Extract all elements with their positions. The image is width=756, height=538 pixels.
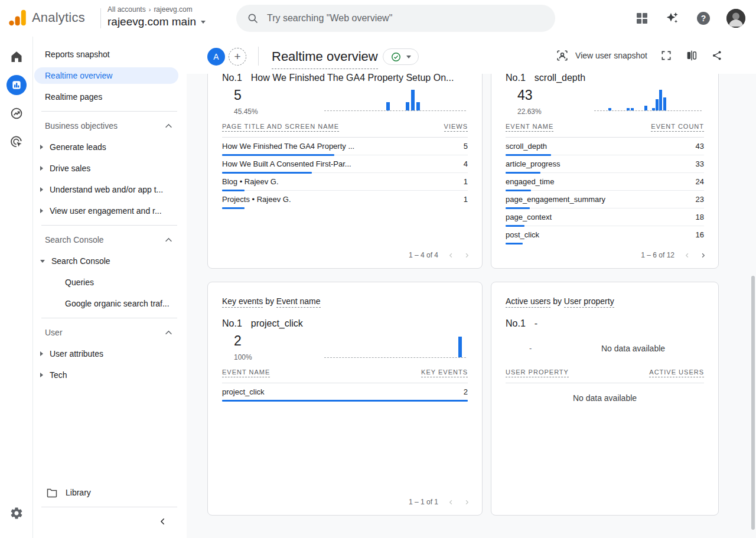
metric-percent: 22.63% (517, 107, 542, 116)
metric-percent: 100% (234, 353, 252, 361)
card-title-metric[interactable]: Active users (506, 296, 550, 308)
left-rail (0, 37, 33, 538)
breadcrumb-all-accounts[interactable]: All accounts (107, 5, 146, 14)
nav-item-library[interactable]: Library (33, 482, 187, 503)
next-page-icon[interactable] (700, 252, 706, 259)
report-nav: Reports snapshot Realtime overview Realt… (33, 37, 187, 538)
user-snapshot-icon (556, 49, 569, 62)
nav-section-user[interactable]: User (33, 322, 187, 343)
spark-bar (627, 108, 630, 110)
row-name: page_context (506, 213, 552, 221)
explore-icon[interactable] (0, 99, 33, 128)
property-selector[interactable]: rajeevg.com main (107, 15, 206, 28)
nav-item-reports-snapshot[interactable]: Reports snapshot (33, 44, 187, 65)
property-avatar[interactable]: A (207, 48, 225, 66)
home-icon[interactable] (0, 43, 33, 71)
apps-grid-icon[interactable] (634, 11, 650, 26)
nav-item-tech[interactable]: Tech (33, 364, 187, 386)
nav-item-understand-web-app[interactable]: Understand web and/or app t... (33, 179, 187, 200)
nav-item-generate-leads[interactable]: Generate leads (33, 136, 187, 158)
pagination-label: 1 – 6 of 12 (641, 251, 674, 259)
expand-arrow-icon (40, 373, 43, 377)
next-page-icon[interactable] (464, 499, 470, 506)
column-header-dimension[interactable]: EVENT NAME (222, 369, 270, 377)
table-header: PAGE TITLE AND SCREEN NAME VIEWS (222, 123, 468, 132)
breadcrumb[interactable]: All accounts › rajeevg.com (107, 5, 193, 14)
view-user-snapshot-button[interactable]: View user snapshot (556, 49, 647, 62)
card-title-metric[interactable]: Key events (222, 296, 263, 308)
nav-item-realtime-pages[interactable]: Realtime pages (33, 86, 187, 107)
nav-item-view-user-engagement[interactable]: View user engagement and r... (33, 200, 187, 221)
gemini-sparkle-icon[interactable] (665, 11, 680, 26)
nav-item-queries[interactable]: Queries (33, 272, 187, 293)
spark-bar (608, 108, 611, 110)
table-header: EVENT NAME EVENT COUNT (506, 123, 704, 132)
share-icon[interactable] (711, 50, 723, 61)
vertical-scrollbar[interactable] (751, 276, 755, 530)
nav-item-user-attributes[interactable]: User attributes (33, 343, 187, 364)
card-active-users-by-user-property: Active users by User property No.1- - No… (491, 282, 719, 516)
reports-selected-badge (6, 75, 27, 95)
expand-arrow-icon (40, 187, 43, 192)
expand-arrow-icon (40, 208, 43, 213)
compare-icon[interactable] (685, 49, 698, 62)
collapse-nav-button[interactable] (33, 511, 187, 532)
table-row: project_click2 (222, 383, 468, 401)
prev-page-icon[interactable] (684, 252, 690, 259)
search-bar[interactable] (236, 5, 555, 32)
column-header-metric[interactable]: KEY EVENTS (421, 369, 468, 377)
column-header-dimension[interactable]: PAGE TITLE AND SCREEN NAME (222, 123, 339, 132)
table-row: How We Finished The GA4 Property ...5 (222, 138, 468, 155)
top-result-value: project_click (251, 318, 303, 328)
column-header-metric[interactable]: VIEWS (444, 123, 468, 132)
card-title-dimension[interactable]: User property (564, 296, 614, 308)
ga4-realtime-overview-screen: Analytics All accounts › rajeevg.com raj… (0, 0, 756, 538)
pagination-label: 1 – 4 of 4 (409, 251, 438, 259)
column-header-dimension[interactable]: EVENT NAME (506, 123, 553, 132)
nav-item-search-console[interactable]: Search Console (33, 250, 187, 272)
top-result-line: No.1How We Finished The GA4 Property Set… (222, 74, 454, 83)
row-bar (222, 207, 245, 209)
row-value: 16 (696, 230, 704, 239)
chevron-up-icon (165, 237, 172, 242)
nav-item-drive-sales[interactable]: Drive sales (33, 158, 187, 179)
user-avatar[interactable] (726, 9, 745, 28)
table-row: page_engagement_summary23 (506, 191, 704, 208)
table-header-line (506, 383, 704, 383)
table-header: EVENT NAME KEY EVENTS (222, 369, 468, 377)
advertising-icon[interactable] (0, 128, 33, 156)
report-title[interactable]: Realtime overview (272, 49, 378, 69)
column-header-metric[interactable]: ACTIVE USERS (649, 369, 704, 377)
nav-section-business-objectives[interactable]: Business objectives (33, 115, 187, 136)
table-row: post_click16 (506, 226, 704, 244)
card-title-dimension[interactable]: Event name (276, 296, 321, 308)
column-header-dimension[interactable]: USER PROPERTY (506, 369, 569, 377)
column-header-metric[interactable]: EVENT COUNT (651, 123, 704, 132)
prev-page-icon[interactable] (448, 499, 454, 506)
rank-label: No.1 (222, 74, 242, 83)
spark-bar (416, 102, 420, 110)
nav-section-search-console[interactable]: Search Console (33, 229, 187, 250)
admin-gear-icon[interactable] (0, 499, 33, 527)
topbar-divider (100, 8, 101, 28)
chevron-down-icon (201, 21, 206, 24)
breadcrumb-account[interactable]: rajeevg.com (154, 5, 192, 14)
add-comparison-button[interactable]: + (229, 48, 246, 66)
card-title-by: by (553, 296, 562, 306)
help-icon[interactable]: ? (696, 11, 711, 26)
fullscreen-icon[interactable] (660, 50, 672, 61)
analytics-logo[interactable]: Analytics (8, 9, 85, 27)
prev-page-icon[interactable] (448, 252, 454, 259)
spark-bar (406, 102, 409, 110)
reports-icon[interactable] (0, 71, 33, 99)
nav-item-google-organic-search[interactable]: Google organic search traf... (33, 293, 187, 314)
row-name: post_click (506, 230, 539, 239)
next-page-icon[interactable] (464, 252, 470, 259)
report-status-pill[interactable] (383, 48, 419, 65)
row-value: 24 (696, 177, 704, 186)
row-value: 1 (464, 195, 468, 204)
row-name: engaged_time (506, 177, 554, 186)
table-body: How We Finished The GA4 Property ...5 Ho… (222, 138, 468, 208)
nav-item-realtime-overview[interactable]: Realtime overview (34, 67, 178, 84)
search-input[interactable] (267, 13, 545, 24)
